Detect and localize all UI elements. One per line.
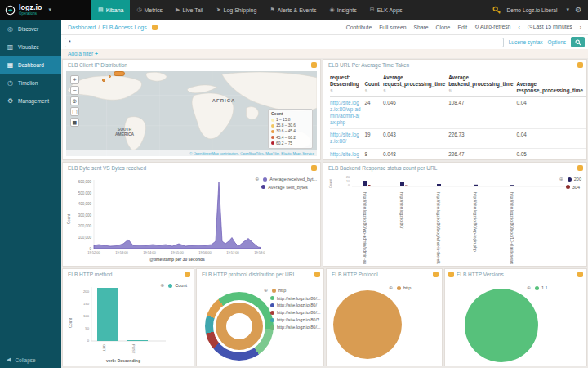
bar-304[interactable] (405, 186, 408, 187)
sidebar-item-management[interactable]: ⚙ Management (0, 92, 61, 110)
panel-warning-icon[interactable] (433, 272, 439, 277)
panel-warning-icon[interactable] (448, 272, 454, 277)
nav-tab-metrics[interactable]: ◷ Metrics (130, 0, 169, 20)
legend-dot (168, 284, 172, 288)
account-switch-caret-icon[interactable]: ▾ (49, 7, 52, 13)
nav-tab-insights[interactable]: ◉ Insights (323, 0, 363, 20)
legend-item[interactable]: http://site.logz.io:80/ (264, 302, 323, 309)
panel-warning-icon[interactable] (577, 272, 583, 277)
dashboard-warning-icon[interactable] (152, 25, 158, 30)
panel-title: ELB Backend Response status count per UR… (328, 165, 437, 171)
bar-304[interactable] (479, 186, 481, 186)
bar-200[interactable] (363, 181, 368, 186)
col-avg-response-time[interactable]: Average response_processing_time (516, 73, 586, 96)
bar-post[interactable] (127, 340, 148, 341)
map-fit-bounds-button[interactable]: ⊕ (70, 96, 79, 105)
map-label-america: AMERICA (115, 132, 135, 137)
search-button[interactable] (571, 37, 585, 47)
refresh-icon: ↻ (474, 24, 479, 29)
sidebar-collapse-button[interactable]: ◀ Collapse (0, 357, 61, 363)
dashboard-grid: ELB Client IP Distribution (61, 58, 588, 368)
nav-tab-alerts-events[interactable]: ⚑ Alerts & Events (263, 0, 323, 20)
panel-title: ELB URL Per Average Time Taken (328, 62, 409, 68)
clone-link[interactable]: Clone (436, 25, 451, 30)
logo-block[interactable]: logz.io Operations ▾ (0, 0, 91, 20)
legend-item[interactable]: Average sent_bytes (255, 184, 317, 191)
sidebar-item-dashboard[interactable]: ▦ Dashboard (0, 56, 61, 74)
sidebar-item-visualize[interactable]: ▥ Visualize (0, 38, 61, 56)
area-series-received-bytes[interactable] (94, 182, 261, 249)
legend-item-count[interactable]: ⊕Count (160, 282, 187, 290)
bar-200[interactable] (437, 184, 441, 186)
sidebar-item-timelion[interactable]: ◴ Timelion (0, 74, 61, 92)
panel-warning-icon[interactable] (577, 62, 583, 68)
time-next-button[interactable]: › (580, 25, 581, 30)
account-name[interactable]: Demo-Logz.io Liberal (507, 7, 558, 13)
breadcrumb-dashboard-link[interactable]: Dashboard (68, 25, 96, 30)
bar-304[interactable] (442, 186, 444, 186)
panel-warning-icon[interactable] (314, 272, 320, 277)
nav-tab-live-tail[interactable]: ▶ Live Tail (169, 0, 210, 20)
legend-item-http[interactable]: ⊕http (389, 285, 411, 293)
query-options-link[interactable]: Options (548, 39, 566, 45)
add-filter-link[interactable]: Add a filter + (68, 51, 98, 56)
panel-warning-icon[interactable] (577, 165, 583, 171)
search-query-input[interactable] (65, 38, 504, 47)
col-avg-request-time[interactable]: Average request_processing_time ⇅ (383, 73, 448, 96)
nav-tab-kibana[interactable]: ▤ Kibana (91, 0, 130, 20)
bar-get[interactable] (97, 288, 118, 341)
legend-item[interactable]: ⊕http (264, 287, 323, 295)
auto-refresh-link[interactable]: ↻Auto-refresh (474, 24, 510, 30)
nav-tab-log-shipping[interactable]: ➤ Log Shipping (210, 0, 264, 20)
bar-200[interactable] (400, 182, 404, 186)
request-url-link[interactable]: http://site.logz.io:80/ (330, 132, 359, 144)
col-avg-backend-time[interactable]: Average backend_processing_time ⇅ (448, 73, 516, 96)
legend-item-1-1[interactable]: ⊕1.1 (527, 285, 548, 293)
legend-item[interactable]: http://site.logz.io:80/?... (264, 316, 323, 324)
pie-slice-http[interactable] (333, 290, 402, 359)
map-bounds-filter-button[interactable]: ◼ (70, 118, 79, 127)
ip-cluster-marker[interactable] (114, 71, 125, 76)
ip-marker[interactable] (109, 75, 111, 78)
map-zoom-out-button[interactable]: − (70, 86, 79, 95)
bar-304[interactable] (368, 185, 371, 186)
legend-item-304[interactable]: 304 (559, 184, 581, 191)
nav-tab-elk-apps[interactable]: ⊞ ELK Apps (363, 0, 409, 20)
legend-dot (270, 318, 274, 322)
nav-label: Alerts & Events (278, 7, 317, 13)
legend-item[interactable]: http://site.logz.io:80/... (264, 309, 323, 316)
col-request[interactable]: request: Descending ⇅ (330, 73, 364, 96)
bar-chart: Count 200 150 100 50 0 GET POST verb: De… (66, 280, 172, 366)
panel-warning-icon[interactable] (311, 62, 317, 68)
full-screen-link[interactable]: Full screen (379, 25, 406, 30)
edit-link[interactable]: Edit (457, 25, 467, 30)
pie-slice-11[interactable] (465, 289, 538, 362)
legend-item[interactable]: http://site.logz.io:80/... (264, 295, 323, 303)
bar-200[interactable] (510, 185, 514, 186)
panel-warning-icon[interactable] (311, 165, 317, 171)
panel-warning-icon[interactable] (185, 272, 190, 277)
ip-marker[interactable] (102, 79, 105, 82)
donut-inner-ring[interactable] (216, 303, 263, 350)
request-url-link[interactable]: http://site.logz.io:80/blog/what-is-the-… (330, 151, 361, 160)
legend-item[interactable]: ⊕Average received_byt... (255, 176, 317, 184)
share-link[interactable]: Share (413, 25, 428, 30)
time-prev-button[interactable]: ‹ (518, 25, 519, 30)
account-caret-icon[interactable]: ▾ (566, 7, 569, 13)
world-map[interactable]: AFRICA SOUTH AMERICA + − ⊕ ▢ ◼ Count 1 –… (66, 71, 317, 156)
bar-200[interactable] (474, 185, 478, 186)
settings-gear-icon[interactable]: ⚙ (575, 6, 581, 14)
bar-304[interactable] (515, 186, 518, 186)
time-picker[interactable]: ◷Last 15 minutes (528, 24, 572, 30)
map-draw-filter-button[interactable]: ▢ (70, 107, 79, 116)
sidebar-item-discover[interactable]: ◎ Discover (0, 20, 61, 38)
x-category-label: http://site.logz.io:80/blog/10-elasticse… (510, 192, 514, 264)
legend-item-200[interactable]: ⊕200 (559, 176, 581, 184)
legend-item[interactable]: http://site.logz.io:80/... (264, 324, 323, 331)
request-url-link[interactable]: http://site.logz.io:80/wp-admin/admin-aj… (330, 100, 360, 126)
map-attribution[interactable]: © OpenStreetMap contributors, OpenMapTil… (66, 150, 317, 156)
lucene-syntax-link[interactable]: Lucene syntax (509, 39, 543, 45)
contribute-link[interactable]: Contribute (346, 25, 372, 30)
map-zoom-in-button[interactable]: + (70, 75, 79, 84)
col-count[interactable]: Count ⇅ (364, 73, 382, 96)
